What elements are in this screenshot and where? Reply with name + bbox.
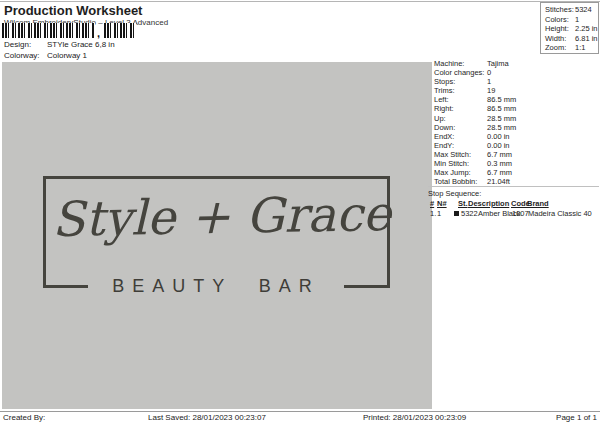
footer-printed: Printed: 28/01/2023 00:23:09 <box>363 413 466 422</box>
col-header-description: Description <box>468 199 509 208</box>
info-max-jump: Max Jump:6.7 mm <box>434 168 600 177</box>
info-min-stitch: Min Stitch:0.3 mm <box>434 159 600 168</box>
cell-code: 1007 <box>512 209 529 218</box>
colorway-value: Colorway 1 <box>47 51 87 60</box>
barcode-bars-right <box>104 23 136 38</box>
info-endx: EndX:0.00 in <box>434 132 600 141</box>
stat-colors: Colors:1 <box>541 15 598 25</box>
col-header-needle: N# <box>437 199 447 208</box>
cell-brand: Madeira Classic 40 <box>528 209 592 218</box>
info-up: Up:28.5 mm <box>434 114 600 123</box>
design-name-label: Design: <box>4 40 47 49</box>
info-down: Down:28.5 mm <box>434 123 600 132</box>
stat-width: Width:6.81 in <box>541 34 598 44</box>
info-endy: EndY:0.00 in <box>434 141 600 150</box>
col-header-stitch: St. <box>458 199 468 208</box>
barcode: , <box>2 23 138 38</box>
page-title: Production Worksheet <box>4 3 142 18</box>
col-header-brand: Brand <box>527 199 549 208</box>
barcode-bars-left <box>2 23 95 38</box>
stat-zoom: Zoom:1:1 <box>541 43 598 53</box>
stop-sequence-table: # N# St. Description Code Brand 1. 1 532… <box>428 199 599 225</box>
info-total-bobbin: Total Bobbin:21.04ft <box>434 177 600 186</box>
stop-sequence-section: Stop Sequence: # N# St. Description Code… <box>428 186 599 225</box>
design-stats-box: Stitches:5324 Colors:1 Height:2.25 in Wi… <box>540 2 599 54</box>
info-trims: Trims:19 <box>434 86 600 95</box>
page-top-rule <box>0 1 600 2</box>
cell-num: 1. <box>430 209 436 218</box>
stat-height: Height:2.25 in <box>541 24 598 34</box>
footer-last-saved: Last Saved: 28/01/2023 00:23:07 <box>148 413 266 422</box>
info-left: Left:86.5 mm <box>434 95 600 104</box>
stat-stitches: Stitches:5324 <box>541 5 598 15</box>
info-right: Right:86.5 mm <box>434 104 600 113</box>
info-color-changes: Color changes:0 <box>434 68 600 77</box>
info-machine: Machine:Tajima <box>434 59 600 68</box>
col-header-num: # <box>430 199 434 208</box>
design-name-value: STYle Grace 6,8 in <box>47 40 115 49</box>
footer-created-by: Created By: <box>3 413 45 422</box>
cell-needle: 1 <box>437 209 441 218</box>
cell-stitch: 5322 <box>461 209 478 218</box>
barcode-separator: , <box>97 27 100 39</box>
colorway-label: Colorway: <box>4 51 47 60</box>
design-sub-text: BEAUTY BAR <box>88 276 344 297</box>
machine-info-list: Machine:Tajima Color changes:0 Stops:1 T… <box>434 59 600 186</box>
design-name-row: Design:STYle Grace 6,8 in <box>4 40 115 49</box>
info-max-stitch: Max Stitch:6.7 mm <box>434 150 600 159</box>
stop-sequence-title: Stop Sequence: <box>428 189 599 199</box>
colorway-row: Colorway:Colorway 1 <box>4 51 87 60</box>
thread-swatch <box>454 211 459 216</box>
design-script-text: Style + Grace <box>52 187 383 245</box>
info-stops: Stops:1 <box>434 77 600 86</box>
footer-page-number: Page 1 of 1 <box>556 413 597 422</box>
footer-rule <box>0 411 600 412</box>
design-canvas: Style + Grace BEAUTY BAR <box>2 62 432 409</box>
